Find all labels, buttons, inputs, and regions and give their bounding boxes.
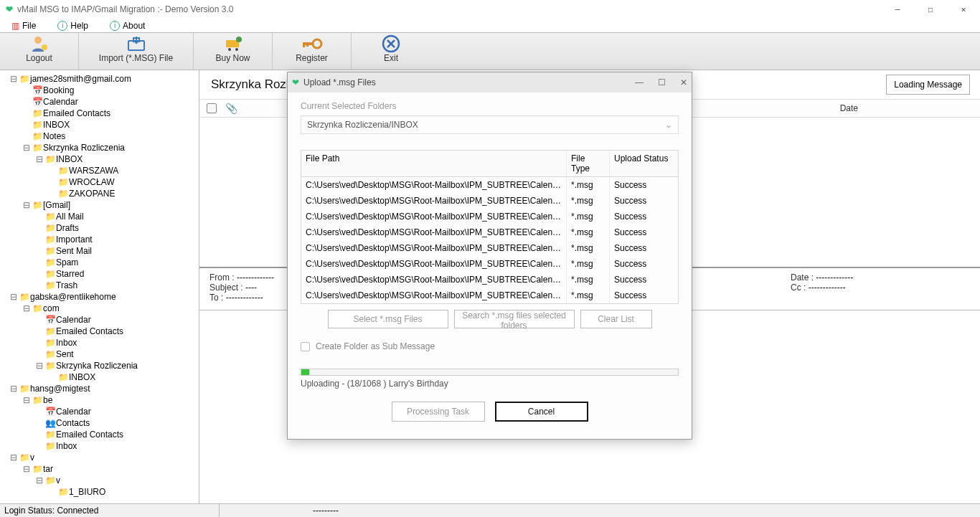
- tree-item[interactable]: ⊟📁Skrzynka Rozliczenia: [3, 142, 199, 153]
- maximize-button[interactable]: ☐: [914, 0, 947, 19]
- tree-twisty[interactable]: [34, 315, 44, 325]
- tree-item[interactable]: 📁All Mail: [3, 211, 199, 222]
- table-row[interactable]: C:\Users\ved\Desktop\MSG\Root-Mailbox\IP…: [301, 193, 678, 209]
- tree-twisty[interactable]: ⊟: [9, 452, 19, 463]
- tree-item[interactable]: 📅Calendar: [3, 406, 199, 417]
- tree-item[interactable]: 📁INBOX: [3, 119, 199, 131]
- tree-twisty[interactable]: ⊟: [22, 200, 32, 210]
- buynow-button[interactable]: Buy Now: [194, 33, 273, 70]
- tree-item[interactable]: 📁Emailed Contacts: [3, 429, 199, 440]
- tree-twisty[interactable]: [22, 97, 32, 107]
- th-filepath[interactable]: File Path: [301, 151, 567, 176]
- tree-twisty[interactable]: ⊟: [22, 143, 32, 153]
- select-all-checkbox[interactable]: [207, 103, 217, 113]
- tree-item[interactable]: ⊟📁Skrzynka Rozliczenia: [3, 360, 199, 371]
- tree-twisty[interactable]: [34, 246, 44, 256]
- import-button[interactable]: Import (*.MSG) File: [79, 33, 194, 70]
- dialog-close-button[interactable]: ✕: [680, 77, 687, 87]
- th-status[interactable]: Upload Status: [610, 151, 674, 176]
- table-row[interactable]: C:\Users\ved\Desktop\MSG\Root-Mailbox\IP…: [301, 240, 678, 256]
- tree-twisty[interactable]: ⊟: [34, 154, 44, 164]
- tree-twisty[interactable]: [34, 257, 44, 267]
- tree-twisty[interactable]: [22, 131, 32, 141]
- tree-item[interactable]: 📁Emailed Contacts: [3, 326, 199, 337]
- tree-item[interactable]: 📁Emailed Contacts: [3, 108, 199, 119]
- select-files-button[interactable]: Select *.msg Files: [328, 310, 448, 328]
- tree-twisty[interactable]: [47, 372, 57, 382]
- tree-item[interactable]: ⊟📁[Gmail]: [3, 199, 199, 211]
- tree-item[interactable]: 📁ZAKOPANE: [3, 188, 199, 199]
- tree-item[interactable]: 📁Sent Mail: [3, 245, 199, 257]
- tree-twisty[interactable]: [22, 85, 32, 95]
- tree-item[interactable]: ⊟📁hansg@migtest: [3, 383, 199, 394]
- tree-twisty[interactable]: ⊟: [9, 74, 19, 84]
- tree-item[interactable]: 📁Important: [3, 234, 199, 245]
- tree-item[interactable]: ⊟📁tar: [3, 463, 199, 475]
- dialog-minimize-button[interactable]: —: [635, 77, 644, 87]
- create-subfolder-checkbox[interactable]: [301, 342, 310, 351]
- table-row[interactable]: C:\Users\ved\Desktop\MSG\Root-Mailbox\IP…: [301, 224, 678, 240]
- clear-list-button[interactable]: Clear List: [580, 310, 652, 328]
- tree-item[interactable]: ⊟📁james28smith@gmail.com: [3, 73, 199, 85]
- table-row[interactable]: C:\Users\ved\Desktop\MSG\Root-Mailbox\IP…: [301, 288, 678, 303]
- tree-item[interactable]: 📁Inbox: [3, 337, 199, 348]
- tree-item[interactable]: 📁INBOX: [3, 371, 199, 383]
- dialog-maximize-button[interactable]: ☐: [658, 77, 666, 87]
- tree-item[interactable]: 📁Starred: [3, 268, 199, 280]
- tree-twisty[interactable]: ⊟: [22, 464, 32, 474]
- tree-item[interactable]: 📁Notes: [3, 131, 199, 142]
- register-button[interactable]: Register: [273, 33, 352, 70]
- tree-twisty[interactable]: [47, 189, 57, 199]
- th-filetype[interactable]: File Type: [567, 151, 610, 176]
- cancel-button[interactable]: Cancel: [495, 402, 588, 422]
- tree-twisty[interactable]: [34, 212, 44, 222]
- table-row[interactable]: C:\Users\ved\Desktop\MSG\Root-Mailbox\IP…: [301, 256, 678, 272]
- tree-item[interactable]: 📁WROCŁAW: [3, 176, 199, 188]
- tree-item[interactable]: ⊟📁com: [3, 303, 199, 314]
- menu-file[interactable]: ▥ File: [11, 21, 36, 31]
- menu-help[interactable]: i Help: [57, 21, 88, 31]
- tree-item[interactable]: ⊟📁gabska@rentlikehome: [3, 291, 199, 303]
- table-row[interactable]: C:\Users\ved\Desktop\MSG\Root-Mailbox\IP…: [301, 209, 678, 224]
- tree-twisty[interactable]: [34, 234, 44, 245]
- tree-item[interactable]: 📁Trash: [3, 280, 199, 291]
- close-button[interactable]: ✕: [947, 0, 980, 19]
- tree-twisty[interactable]: ⊟: [22, 395, 32, 405]
- minimize-button[interactable]: —: [881, 0, 914, 19]
- tree-item[interactable]: 📁1_BIURO: [3, 486, 199, 498]
- tree-item[interactable]: 📁Spam: [3, 257, 199, 268]
- tree-item[interactable]: 📅Calendar: [3, 314, 199, 326]
- tree-item[interactable]: ⊟📁be: [3, 394, 199, 406]
- tree-twisty[interactable]: ⊟: [9, 384, 19, 394]
- tree-twisty[interactable]: [34, 430, 44, 440]
- tree-item[interactable]: 📁Sent: [3, 348, 199, 360]
- tree-item[interactable]: ⊟📁INBOX: [3, 153, 199, 165]
- tree-item[interactable]: 📁Inbox: [3, 440, 199, 452]
- tree-twisty[interactable]: ⊟: [22, 303, 32, 313]
- tree-twisty[interactable]: ⊟: [34, 475, 44, 485]
- tree-twisty[interactable]: [34, 338, 44, 348]
- tree-twisty[interactable]: [34, 441, 44, 451]
- tree-item[interactable]: ⊟📁v: [3, 452, 199, 463]
- table-row[interactable]: C:\Users\ved\Desktop\MSG\Root-Mailbox\IP…: [301, 177, 678, 193]
- tree-item[interactable]: 📅Calendar: [3, 96, 199, 108]
- folder-combo[interactable]: Skrzynka Rozliczenia/INBOX ⌄: [301, 115, 679, 134]
- loading-message-button[interactable]: Loading Message: [886, 75, 970, 95]
- tree-twisty[interactable]: [34, 269, 44, 279]
- processing-task-button[interactable]: Processing Task: [392, 402, 485, 422]
- menu-about[interactable]: i About: [110, 21, 145, 31]
- tree-twisty[interactable]: [34, 326, 44, 336]
- table-row[interactable]: C:\Users\ved\Desktop\MSG\Root-Mailbox\IP…: [301, 272, 678, 288]
- date-column[interactable]: Date: [840, 103, 858, 113]
- tree-twisty[interactable]: [47, 487, 57, 497]
- tree-twisty[interactable]: [34, 349, 44, 359]
- tree-twisty[interactable]: ⊟: [34, 361, 44, 371]
- tree-twisty[interactable]: ⊟: [9, 292, 19, 302]
- tree-twisty[interactable]: [34, 223, 44, 233]
- tree-twisty[interactable]: [34, 407, 44, 417]
- tree-twisty[interactable]: [47, 177, 57, 187]
- tree-twisty[interactable]: [22, 120, 32, 130]
- exit-button[interactable]: Exit: [352, 33, 430, 70]
- logout-button[interactable]: Logout: [0, 33, 79, 70]
- tree-item[interactable]: 📁WARSZAWA: [3, 165, 199, 176]
